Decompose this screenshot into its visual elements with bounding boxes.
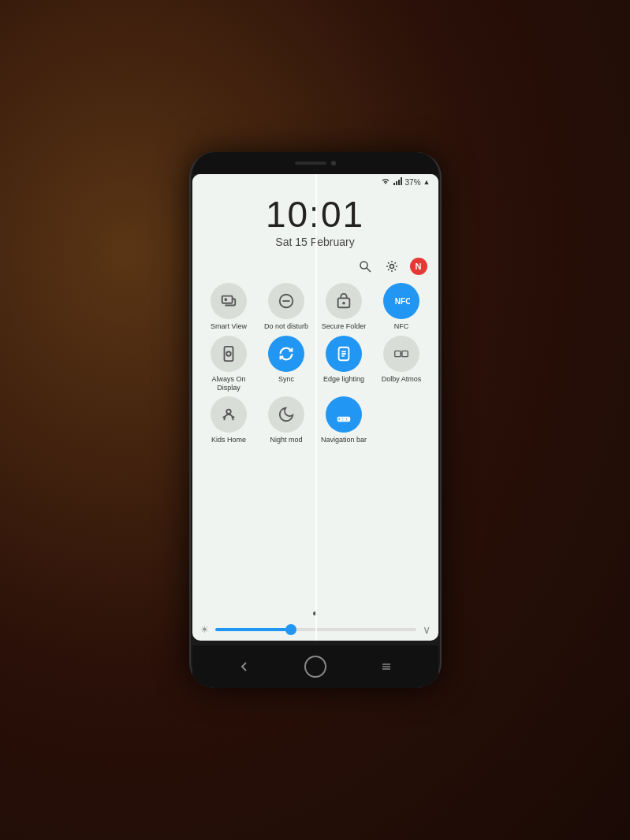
status-icons: 37% ▲	[380, 177, 431, 187]
qs-night-mode[interactable]: Night mod	[259, 396, 314, 444]
sync-label: Sync	[278, 375, 294, 384]
kids-label: Kids Home	[211, 436, 246, 444]
qs-empty	[374, 396, 429, 444]
wifi-icon	[380, 177, 391, 187]
smart-view-label: Smart View	[211, 322, 247, 331]
svg-rect-26	[343, 418, 346, 420]
recents-button[interactable]	[374, 654, 399, 679]
phone-screen: 37% ▲ 10:01 Sat 15 February N	[192, 174, 438, 641]
nfc-icon-wrap: NFC	[383, 283, 419, 319]
qs-sync[interactable]: Sync	[259, 336, 314, 392]
qs-kids-home[interactable]: Kids Home	[201, 396, 256, 444]
smart-view-icon-wrap	[211, 283, 247, 319]
brightness-row: ☀ ∨	[192, 619, 438, 641]
sync-icon-wrap	[268, 336, 304, 372]
brightness-expand-icon[interactable]: ∨	[423, 623, 431, 636]
nav-bar	[192, 645, 438, 688]
svg-point-23	[226, 410, 231, 414]
svg-rect-20	[395, 351, 401, 356]
qs-row-3: Kids Home Night mod Navigation bar	[200, 396, 431, 444]
clock-date: Sat 15 February	[192, 236, 438, 248]
dolby-label: Dolby Atmos	[382, 375, 422, 384]
battery-text: 37%	[405, 178, 421, 187]
kids-icon-wrap	[211, 396, 247, 433]
qs-nfc[interactable]: NFC NFC	[374, 283, 429, 331]
dnd-icon-wrap	[268, 283, 304, 319]
svg-text:NFC: NFC	[395, 297, 410, 306]
secure-folder-label: Secure Folder	[322, 322, 367, 331]
svg-point-4	[360, 262, 367, 269]
qs-smart-view[interactable]: Smart View	[201, 283, 256, 331]
dnd-label: Do not disturb	[264, 322, 308, 331]
svg-point-25	[340, 418, 341, 420]
aod-icon-wrap	[211, 336, 247, 372]
camera-dot	[331, 161, 336, 165]
nav-bar-label: Navigation bar	[321, 436, 367, 444]
qs-secure-folder[interactable]: Secure Folder	[316, 283, 371, 331]
night-label: Night mod	[270, 436, 302, 444]
qs-always-on-display[interactable]: Always On Display	[201, 336, 256, 392]
top-bezel	[192, 152, 438, 174]
page-dot-1	[313, 611, 317, 615]
svg-point-12	[343, 303, 345, 304]
brightness-slider[interactable]	[215, 628, 416, 631]
svg-rect-3	[401, 177, 402, 185]
qs-navigation-bar[interactable]: Navigation bar	[316, 396, 371, 444]
avatar-label: N	[416, 262, 422, 271]
svg-point-6	[390, 265, 393, 269]
signal-icon	[393, 177, 403, 187]
qs-row-2: Always On Display Sync Edge lighting	[200, 336, 431, 392]
home-button[interactable]	[304, 656, 326, 678]
brightness-icon: ☀	[200, 624, 209, 635]
edge-lighting-icon-wrap	[326, 336, 362, 372]
svg-rect-0	[393, 183, 395, 185]
dolby-icon-wrap	[383, 336, 419, 372]
edge-lighting-label: Edge lighting	[323, 375, 364, 384]
phone-shell: 37% ▲ 10:01 Sat 15 February N	[189, 152, 442, 688]
svg-line-5	[367, 268, 371, 272]
nfc-label: NFC	[394, 322, 409, 331]
alert-icon: ▲	[423, 178, 431, 186]
qs-dolby-atmos[interactable]: Dolby Atmos	[374, 336, 429, 392]
svg-point-8	[225, 299, 226, 300]
settings-button[interactable]	[383, 258, 401, 275]
clock-time: 10:01	[192, 196, 438, 232]
status-bar: 37% ▲	[192, 174, 438, 188]
svg-point-27	[348, 418, 349, 420]
nav-bar-icon-wrap	[326, 396, 362, 433]
svg-rect-2	[398, 180, 400, 185]
search-button[interactable]	[356, 258, 374, 275]
avatar-badge[interactable]: N	[410, 258, 427, 275]
qs-edge-lighting[interactable]: Edge lighting	[316, 336, 371, 392]
clock-area: 10:01 Sat 15 February	[192, 188, 438, 253]
svg-rect-1	[396, 181, 397, 185]
page-dots	[192, 608, 438, 619]
svg-rect-21	[402, 351, 408, 356]
svg-rect-14	[225, 347, 233, 361]
aod-label: Always On Display	[201, 375, 256, 392]
secure-folder-icon-wrap	[326, 283, 362, 319]
brightness-thumb	[285, 624, 296, 635]
qs-row-1: Smart View Do not disturb Secure Folder	[200, 283, 431, 331]
speaker-slot	[295, 162, 326, 165]
svg-rect-7	[222, 296, 233, 303]
qs-do-not-disturb[interactable]: Do not disturb	[259, 283, 314, 331]
action-bar: N	[192, 253, 438, 280]
night-icon-wrap	[268, 396, 304, 433]
back-button[interactable]	[232, 654, 257, 679]
quick-settings-grid: Smart View Do not disturb Secure Folder	[192, 280, 438, 608]
svg-point-15	[226, 351, 231, 356]
